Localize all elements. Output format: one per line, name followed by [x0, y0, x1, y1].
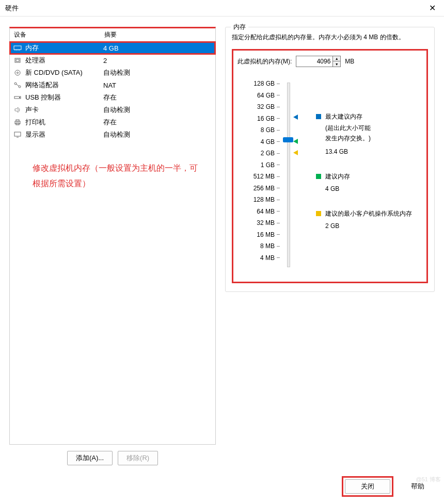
close-button[interactable]: 关闭 [345, 479, 390, 494]
triangle-blue-icon [293, 115, 298, 120]
memory-settings-box: 此虚拟机的内存(M): ▲ ▼ MB 128 GB 64 GB 32 [232, 49, 428, 283]
legend-min-value: 2 GB [325, 222, 339, 231]
legend-rec-value: 4 GB [325, 185, 339, 193]
memory-scale: 128 GB 64 GB 32 GB 16 GB 8 GB 4 GB 2 GB … [237, 79, 422, 270]
svg-rect-13 [19, 97, 20, 98]
legend-max-title: 最大建议内存 [325, 112, 362, 121]
svg-point-8 [17, 72, 19, 74]
remove-button: 移除(R) [118, 451, 158, 465]
memory-slider-thumb[interactable] [283, 137, 293, 142]
group-title: 内存 [231, 23, 248, 31]
svg-line-11 [16, 84, 19, 86]
device-row-sound[interactable]: 声卡 自动检测 [10, 104, 215, 116]
sound-icon [13, 106, 22, 114]
close-button-highlight: 关闭 [342, 476, 393, 497]
device-row-printer[interactable]: 打印机 存在 [10, 116, 215, 128]
svg-rect-17 [14, 132, 21, 136]
square-yellow-icon [316, 211, 321, 216]
device-row-usb[interactable]: USB 控制器 存在 [10, 91, 215, 104]
square-green-icon [316, 174, 321, 179]
col-device: 设备 [14, 30, 104, 39]
legend-min-title: 建议的最小客户机操作系统内存 [325, 209, 412, 218]
add-button[interactable]: 添加(A)... [67, 451, 113, 465]
legend-max-note2: 发生内存交换。) [325, 134, 371, 143]
device-row-network[interactable]: 网络适配器 NAT [10, 79, 215, 91]
memory-spinner[interactable]: ▲ ▼ [296, 56, 341, 67]
triangle-yellow-icon [293, 150, 298, 155]
svg-point-7 [15, 70, 20, 75]
col-summary: 摘要 [104, 30, 211, 39]
watermark: @51 博客 [416, 476, 441, 483]
svg-rect-6 [16, 59, 19, 61]
memory-unit: MB [345, 58, 354, 65]
network-icon [13, 81, 22, 89]
memory-slider-track[interactable] [287, 83, 290, 267]
table-header: 设备 摘要 [10, 28, 215, 42]
spinner-up-icon[interactable]: ▲ [333, 56, 340, 61]
scale-labels: 128 GB 64 GB 32 GB 16 GB 8 GB 4 GB 2 GB … [237, 79, 275, 270]
svg-rect-0 [14, 46, 21, 50]
legend-max-note1: (超出此大小可能 [325, 124, 371, 133]
device-row-cddvd[interactable]: 新 CD/DVD (SATA) 自动检测 [10, 67, 215, 79]
printer-icon [13, 118, 22, 126]
square-blue-icon [316, 114, 321, 119]
usb-icon [13, 93, 22, 102]
dialog-title: 硬件 [5, 4, 19, 13]
disc-icon [13, 69, 22, 77]
device-row-display[interactable]: 显示器 自动检测 [10, 128, 215, 141]
device-row-memory[interactable]: 内存 4 GB [10, 42, 215, 54]
memory-desc: 指定分配给此虚拟机的内存量。内存大小必须为 4 MB 的倍数。 [232, 32, 428, 42]
close-icon[interactable]: ✕ [426, 3, 439, 13]
svg-rect-15 [16, 120, 19, 121]
legend-max-value: 13.4 GB [325, 148, 348, 156]
device-table: 设备 摘要 内存 4 GB 处理器 2 新 CD/DVD (SATA) 自动检测 [9, 27, 216, 445]
legend-rec-title: 建议内存 [325, 172, 350, 181]
annotation-text: 修改虚拟机内存（一般设置为主机的一半，可根据所需设置） [10, 141, 215, 192]
triangle-green-icon [293, 139, 298, 144]
spinner-down-icon[interactable]: ▼ [333, 61, 340, 67]
memory-label: 此虚拟机的内存(M): [237, 57, 292, 66]
memory-group: 内存 指定分配给此虚拟机的内存量。内存大小必须为 4 MB 的倍数。 此虚拟机的… [225, 27, 435, 292]
cpu-icon [13, 56, 22, 64]
device-row-cpu[interactable]: 处理器 2 [10, 54, 215, 67]
memory-input[interactable] [296, 56, 332, 67]
display-icon [13, 131, 22, 139]
memory-icon [13, 44, 22, 52]
